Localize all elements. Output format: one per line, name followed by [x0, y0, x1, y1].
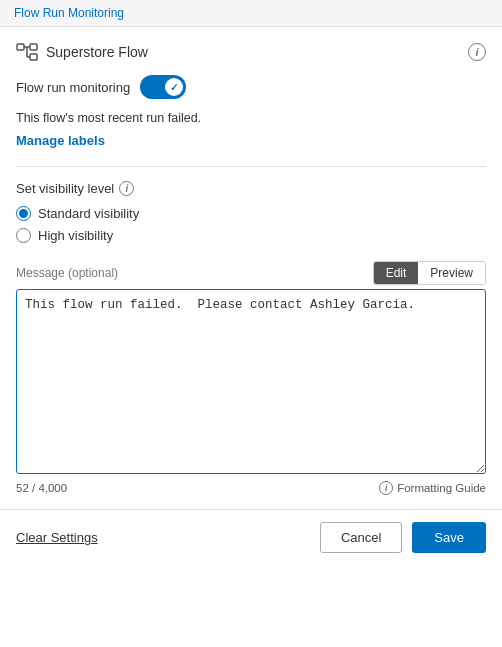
visibility-section-label: Set visibility level i — [16, 181, 486, 196]
toggle-row: Flow run monitoring ✓ — [16, 75, 486, 99]
cancel-button[interactable]: Cancel — [320, 522, 402, 553]
manage-labels-link[interactable]: Manage labels — [16, 133, 105, 148]
message-textarea[interactable] — [16, 289, 486, 474]
svg-rect-1 — [30, 44, 37, 50]
formatting-info-icon: i — [379, 481, 393, 495]
radio-item-standard[interactable]: Standard visibility — [16, 206, 486, 221]
right-buttons: Cancel Save — [320, 522, 486, 553]
header-left: Superstore Flow — [16, 43, 148, 61]
toggle-thumb: ✓ — [165, 78, 183, 96]
tab-edit[interactable]: Edit — [374, 262, 419, 284]
status-message: This flow's most recent run failed. — [16, 111, 486, 125]
radio-high[interactable] — [16, 228, 31, 243]
svg-rect-2 — [30, 54, 37, 60]
tab-group: Edit Preview — [373, 261, 486, 285]
clear-settings-button[interactable]: Clear Settings — [16, 530, 98, 545]
action-bar: Clear Settings Cancel Save — [0, 509, 502, 565]
flow-icon — [16, 43, 38, 61]
message-footer: 52 / 4,000 i Formatting Guide — [16, 481, 486, 495]
char-count: 52 / 4,000 — [16, 482, 67, 494]
toggle-label: Flow run monitoring — [16, 80, 130, 95]
header-row: Superstore Flow i — [16, 43, 486, 61]
flow-run-monitoring-toggle[interactable]: ✓ — [140, 75, 186, 99]
formatting-guide-link[interactable]: i Formatting Guide — [379, 481, 486, 495]
header-info-icon[interactable]: i — [468, 43, 486, 61]
radio-high-label: High visibility — [38, 228, 113, 243]
breadcrumb-bar: Flow Run Monitoring — [0, 0, 502, 27]
flow-name: Superstore Flow — [46, 44, 148, 60]
breadcrumb-text[interactable]: Flow Run Monitoring — [14, 6, 124, 20]
message-header: Message (optional) Edit Preview — [16, 261, 486, 285]
radio-item-high[interactable]: High visibility — [16, 228, 486, 243]
message-label: Message (optional) — [16, 266, 118, 280]
visibility-info-icon[interactable]: i — [119, 181, 134, 196]
radio-standard-label: Standard visibility — [38, 206, 139, 221]
main-panel: Superstore Flow i Flow run monitoring ✓ … — [0, 27, 502, 495]
save-button[interactable]: Save — [412, 522, 486, 553]
divider — [16, 166, 486, 167]
toggle-check-icon: ✓ — [170, 82, 178, 93]
tab-preview[interactable]: Preview — [418, 262, 485, 284]
visibility-radio-group: Standard visibility High visibility — [16, 206, 486, 243]
svg-rect-0 — [17, 44, 24, 50]
message-section: Message (optional) Edit Preview 52 / 4,0… — [16, 261, 486, 495]
radio-standard[interactable] — [16, 206, 31, 221]
toggle-track: ✓ — [140, 75, 186, 99]
